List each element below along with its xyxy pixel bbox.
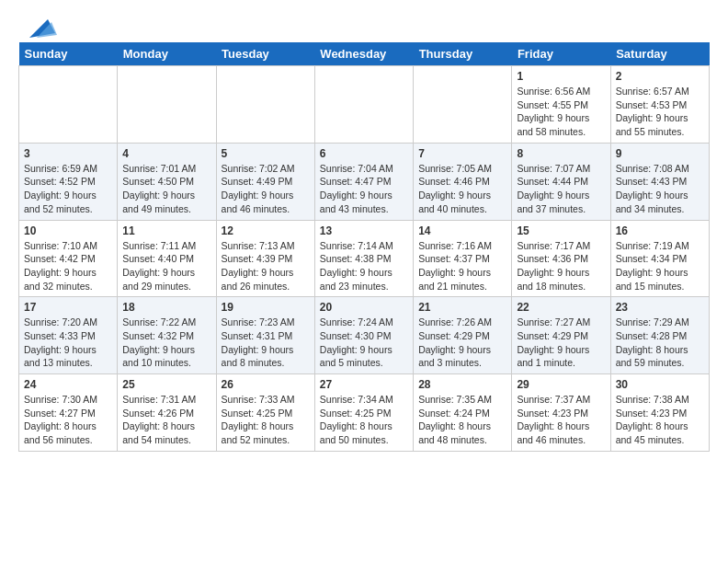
- day-number: 4: [122, 147, 210, 160]
- day-cell: 1Sunrise: 6:56 AM Sunset: 4:55 PM Daylig…: [512, 66, 610, 144]
- header-cell-friday: Friday: [512, 42, 610, 66]
- day-number: 12: [222, 224, 310, 237]
- day-number: 30: [616, 378, 704, 391]
- day-cell: 15Sunrise: 7:17 AM Sunset: 4:36 PM Dayli…: [512, 220, 610, 297]
- page-header: [18, 15, 710, 35]
- header-cell-sunday: Sunday: [19, 42, 118, 66]
- day-number: 2: [616, 70, 704, 83]
- day-info: Sunrise: 7:07 AM Sunset: 4:44 PM Dayligh…: [517, 163, 590, 214]
- day-cell: 4Sunrise: 7:01 AM Sunset: 4:50 PM Daylig…: [118, 143, 216, 220]
- day-info: Sunrise: 7:22 AM Sunset: 4:32 PM Dayligh…: [122, 316, 196, 368]
- day-info: Sunrise: 7:05 AM Sunset: 4:46 PM Dayligh…: [418, 163, 492, 214]
- day-number: 5: [222, 147, 310, 160]
- logo-icon: [20, 15, 57, 42]
- day-number: 28: [418, 378, 506, 391]
- calendar-body: 1Sunrise: 6:56 AM Sunset: 4:55 PM Daylig…: [19, 66, 710, 452]
- day-cell: 17Sunrise: 7:20 AM Sunset: 4:33 PM Dayli…: [19, 297, 118, 374]
- day-cell: 8Sunrise: 7:07 AM Sunset: 4:44 PM Daylig…: [512, 143, 610, 220]
- logo: [18, 15, 57, 35]
- day-info: Sunrise: 7:23 AM Sunset: 4:31 PM Dayligh…: [222, 316, 295, 368]
- day-cell: 25Sunrise: 7:31 AM Sunset: 4:26 PM Dayli…: [118, 374, 216, 452]
- day-number: 15: [517, 224, 605, 237]
- day-cell: 6Sunrise: 7:04 AM Sunset: 4:47 PM Daylig…: [314, 143, 413, 220]
- day-info: Sunrise: 7:01 AM Sunset: 4:50 PM Dayligh…: [122, 163, 196, 214]
- day-info: Sunrise: 7:13 AM Sunset: 4:39 PM Dayligh…: [222, 240, 295, 292]
- day-info: Sunrise: 7:33 AM Sunset: 4:25 PM Dayligh…: [222, 394, 295, 445]
- day-number: 21: [418, 301, 506, 314]
- day-number: 7: [418, 147, 506, 160]
- header-cell-wednesday: Wednesday: [314, 42, 413, 66]
- day-info: Sunrise: 6:56 AM Sunset: 4:55 PM Dayligh…: [517, 86, 590, 137]
- header-cell-saturday: Saturday: [610, 42, 709, 66]
- day-cell: 11Sunrise: 7:11 AM Sunset: 4:40 PM Dayli…: [118, 220, 216, 297]
- day-number: 3: [24, 147, 112, 160]
- day-cell: [118, 66, 216, 144]
- day-info: Sunrise: 6:59 AM Sunset: 4:52 PM Dayligh…: [24, 163, 97, 214]
- week-row-1: 3Sunrise: 6:59 AM Sunset: 4:52 PM Daylig…: [19, 143, 710, 220]
- day-number: 26: [222, 378, 310, 391]
- day-cell: 12Sunrise: 7:13 AM Sunset: 4:39 PM Dayli…: [216, 220, 314, 297]
- day-cell: 9Sunrise: 7:08 AM Sunset: 4:43 PM Daylig…: [610, 143, 709, 220]
- day-number: 17: [24, 301, 112, 314]
- day-info: Sunrise: 7:31 AM Sunset: 4:26 PM Dayligh…: [122, 394, 196, 445]
- day-info: Sunrise: 7:30 AM Sunset: 4:27 PM Dayligh…: [24, 394, 97, 445]
- week-row-4: 24Sunrise: 7:30 AM Sunset: 4:27 PM Dayli…: [19, 374, 710, 452]
- day-number: 11: [122, 224, 210, 237]
- day-info: Sunrise: 6:57 AM Sunset: 4:53 PM Dayligh…: [616, 86, 689, 137]
- calendar-header: SundayMondayTuesdayWednesdayThursdayFrid…: [19, 42, 710, 66]
- day-cell: 23Sunrise: 7:29 AM Sunset: 4:28 PM Dayli…: [610, 297, 709, 374]
- day-info: Sunrise: 7:26 AM Sunset: 4:29 PM Dayligh…: [418, 316, 492, 368]
- day-cell: 28Sunrise: 7:35 AM Sunset: 4:24 PM Dayli…: [414, 374, 512, 452]
- day-cell: [216, 66, 314, 144]
- calendar-table: SundayMondayTuesdayWednesdayThursdayFrid…: [18, 42, 710, 452]
- day-info: Sunrise: 7:02 AM Sunset: 4:49 PM Dayligh…: [222, 163, 295, 214]
- day-cell: 19Sunrise: 7:23 AM Sunset: 4:31 PM Dayli…: [216, 297, 314, 374]
- day-cell: 30Sunrise: 7:38 AM Sunset: 4:23 PM Dayli…: [610, 374, 709, 452]
- day-info: Sunrise: 7:10 AM Sunset: 4:42 PM Dayligh…: [24, 240, 97, 292]
- day-number: 27: [320, 378, 408, 391]
- day-info: Sunrise: 7:14 AM Sunset: 4:38 PM Dayligh…: [320, 240, 393, 292]
- day-cell: 24Sunrise: 7:30 AM Sunset: 4:27 PM Dayli…: [19, 374, 118, 452]
- day-number: 8: [517, 147, 605, 160]
- day-info: Sunrise: 7:08 AM Sunset: 4:43 PM Dayligh…: [616, 163, 689, 214]
- day-info: Sunrise: 7:35 AM Sunset: 4:24 PM Dayligh…: [418, 394, 492, 445]
- day-number: 20: [320, 301, 408, 314]
- day-number: 13: [320, 224, 408, 237]
- day-cell: [414, 66, 512, 144]
- week-row-0: 1Sunrise: 6:56 AM Sunset: 4:55 PM Daylig…: [19, 66, 710, 144]
- day-number: 24: [24, 378, 112, 391]
- day-info: Sunrise: 7:04 AM Sunset: 4:47 PM Dayligh…: [320, 163, 393, 214]
- day-cell: 14Sunrise: 7:16 AM Sunset: 4:37 PM Dayli…: [414, 220, 512, 297]
- day-number: 25: [122, 378, 210, 391]
- day-cell: 26Sunrise: 7:33 AM Sunset: 4:25 PM Dayli…: [216, 374, 314, 452]
- day-cell: 5Sunrise: 7:02 AM Sunset: 4:49 PM Daylig…: [216, 143, 314, 220]
- day-cell: 27Sunrise: 7:34 AM Sunset: 4:25 PM Dayli…: [314, 374, 413, 452]
- day-info: Sunrise: 7:19 AM Sunset: 4:34 PM Dayligh…: [616, 240, 689, 292]
- header-row: SundayMondayTuesdayWednesdayThursdayFrid…: [19, 42, 710, 66]
- day-number: 18: [122, 301, 210, 314]
- week-row-2: 10Sunrise: 7:10 AM Sunset: 4:42 PM Dayli…: [19, 220, 710, 297]
- day-number: 9: [616, 147, 704, 160]
- day-info: Sunrise: 7:11 AM Sunset: 4:40 PM Dayligh…: [122, 240, 196, 292]
- day-cell: 13Sunrise: 7:14 AM Sunset: 4:38 PM Dayli…: [314, 220, 413, 297]
- day-info: Sunrise: 7:16 AM Sunset: 4:37 PM Dayligh…: [418, 240, 492, 292]
- day-number: 6: [320, 147, 408, 160]
- day-cell: 22Sunrise: 7:27 AM Sunset: 4:29 PM Dayli…: [512, 297, 610, 374]
- day-info: Sunrise: 7:20 AM Sunset: 4:33 PM Dayligh…: [24, 316, 97, 368]
- day-cell: 18Sunrise: 7:22 AM Sunset: 4:32 PM Dayli…: [118, 297, 216, 374]
- day-cell: 16Sunrise: 7:19 AM Sunset: 4:34 PM Dayli…: [610, 220, 709, 297]
- header-cell-thursday: Thursday: [414, 42, 512, 66]
- day-number: 1: [517, 70, 605, 83]
- day-cell: 7Sunrise: 7:05 AM Sunset: 4:46 PM Daylig…: [414, 143, 512, 220]
- day-cell: 29Sunrise: 7:37 AM Sunset: 4:23 PM Dayli…: [512, 374, 610, 452]
- day-info: Sunrise: 7:29 AM Sunset: 4:28 PM Dayligh…: [616, 316, 689, 368]
- day-number: 23: [616, 301, 704, 314]
- day-info: Sunrise: 7:38 AM Sunset: 4:23 PM Dayligh…: [616, 394, 689, 445]
- day-info: Sunrise: 7:17 AM Sunset: 4:36 PM Dayligh…: [517, 240, 590, 292]
- day-cell: 20Sunrise: 7:24 AM Sunset: 4:30 PM Dayli…: [314, 297, 413, 374]
- day-number: 19: [222, 301, 310, 314]
- day-info: Sunrise: 7:24 AM Sunset: 4:30 PM Dayligh…: [320, 316, 393, 368]
- day-info: Sunrise: 7:34 AM Sunset: 4:25 PM Dayligh…: [320, 394, 393, 445]
- header-cell-tuesday: Tuesday: [216, 42, 314, 66]
- day-cell: [314, 66, 413, 144]
